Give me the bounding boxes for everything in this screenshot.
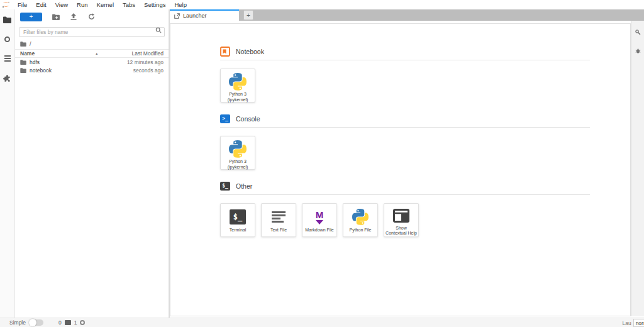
kernels-terminals-indicator[interactable]: 0 1: [58, 319, 85, 326]
file-name: hdfs: [30, 59, 40, 65]
search-icon: [155, 27, 162, 33]
status-right-text: Lau: [622, 320, 631, 326]
launcher-card-markdown-file[interactable]: M Markdown File: [302, 203, 337, 237]
launcher-card-notebook-python3[interactable]: Python 3 (ipykernel): [220, 69, 255, 103]
menu-settings[interactable]: Settings: [140, 0, 170, 9]
launcher-section-other: $_ Other $_ Terminal: [220, 180, 590, 237]
console-icon: >_: [220, 114, 230, 123]
breadcrumb: /: [15, 38, 169, 49]
puzzle-icon: [3, 74, 11, 82]
launcher-icon: [174, 13, 180, 19]
launcher-card-show-contextual-help[interactable]: Show Contextual Help: [384, 203, 419, 237]
jupyter-logo-icon: [2, 1, 10, 8]
status-right-overflow-text: norm: [633, 319, 644, 327]
markdown-icon: M: [316, 210, 324, 224]
jupyterlab-app: File Edit View Run Kernel Tabs Settings …: [0, 0, 644, 327]
file-name: notebook: [30, 67, 52, 74]
launcher-section-console: >_ Console Python 3 (ipykernel): [220, 113, 590, 170]
file-row-hdfs[interactable]: hdfs 12 minutes ago: [15, 58, 169, 66]
python-icon: [352, 209, 369, 225]
menu-bar: File Edit View Run Kernel Tabs Settings …: [0, 0, 644, 9]
breadcrumb-root[interactable]: /: [30, 41, 31, 47]
folder-icon: [3, 16, 11, 23]
main-dock-panel: Launcher +: [169, 9, 644, 318]
simple-mode-label: Simple: [9, 319, 26, 326]
launcher-card-terminal[interactable]: $_ Terminal: [220, 203, 255, 237]
card-label: Markdown File: [304, 228, 335, 233]
terminal-icon: $_: [230, 209, 246, 224]
menu-view[interactable]: View: [51, 0, 72, 9]
folder-icon: [20, 68, 26, 73]
launcher-card-python-file[interactable]: Python File: [343, 203, 378, 237]
toggle-knob: [29, 319, 36, 326]
notebook-icon: [220, 47, 230, 57]
terminal-status-icon: [65, 320, 71, 325]
launcher-card-text-file[interactable]: Text File: [261, 203, 296, 237]
menu-file[interactable]: File: [13, 0, 31, 9]
file-modified: seconds ago: [133, 67, 164, 74]
text-file-icon: [272, 211, 286, 223]
left-activity-bar: [0, 9, 15, 318]
status-bar-right: Lau norm: [622, 318, 644, 327]
card-label: Python File: [348, 228, 372, 233]
menu-help[interactable]: Help: [170, 0, 191, 9]
card-label: Python 3 (ipykernel): [221, 159, 255, 170]
toc-icon: [4, 55, 11, 61]
running-sessions-tab[interactable]: [3, 35, 12, 43]
python-icon: [229, 73, 247, 91]
card-label: Text File: [269, 228, 288, 233]
python-icon: [229, 140, 247, 158]
new-folder-icon: [52, 14, 60, 20]
kernels-count: 1: [74, 319, 77, 326]
refresh-button[interactable]: [87, 13, 95, 21]
file-row-notebook[interactable]: notebook seconds ago: [15, 66, 169, 74]
section-divider: [220, 194, 590, 195]
card-label: Python 3 (ipykernel): [221, 92, 255, 103]
menu-tabs[interactable]: Tabs: [118, 0, 140, 9]
new-tab-button[interactable]: +: [243, 10, 253, 20]
extension-manager-tab[interactable]: [3, 74, 12, 82]
contextual-help-icon: [393, 209, 409, 223]
menu-edit[interactable]: Edit: [31, 0, 50, 9]
tab-label: Launcher: [183, 13, 207, 19]
table-of-contents-tab[interactable]: [3, 54, 12, 63]
folder-icon: [20, 60, 26, 65]
simple-mode-toggle[interactable]: [30, 319, 43, 326]
debugger-bug-icon[interactable]: [635, 48, 641, 54]
sort-ascending-icon: ▲: [95, 52, 98, 55]
section-title: Console: [236, 115, 260, 123]
column-header-name[interactable]: Name: [20, 50, 35, 57]
file-browser-toolbar: +: [15, 9, 169, 24]
running-circle-icon: [4, 36, 10, 42]
file-modified: 12 minutes ago: [127, 59, 164, 65]
new-launcher-button[interactable]: +: [20, 13, 42, 21]
file-list-header: Name ▲ Last Modified: [15, 49, 169, 58]
launcher-panel: Notebook Python 3 (ipykernel): [170, 23, 631, 316]
terminal-icon: $_: [220, 182, 230, 191]
launcher-section-notebook: Notebook Python 3 (ipykernel): [220, 46, 590, 103]
section-title: Other: [236, 182, 252, 190]
status-bar: Simple 0 1 Lau norm: [0, 318, 644, 327]
property-inspector-icon[interactable]: [635, 30, 641, 35]
file-browser-panel: +: [15, 9, 169, 318]
card-label: Terminal: [228, 228, 247, 233]
upload-button[interactable]: [70, 13, 77, 21]
kernel-status-icon: [80, 320, 85, 325]
menu-kernel[interactable]: Kernel: [92, 0, 118, 9]
new-folder-button[interactable]: [52, 13, 60, 21]
refresh-icon: [88, 13, 95, 20]
home-folder-icon[interactable]: [20, 42, 26, 47]
card-label: Show Contextual Help: [384, 226, 418, 237]
menu-run[interactable]: Run: [72, 0, 92, 9]
filter-files-input[interactable]: [19, 27, 165, 37]
right-sidebar-strip: [631, 21, 644, 316]
tab-launcher[interactable]: Launcher: [170, 9, 239, 21]
launcher-card-console-python3[interactable]: Python 3 (ipykernel): [220, 136, 255, 170]
file-browser-tab[interactable]: [3, 15, 12, 24]
section-divider: [220, 127, 590, 128]
upload-icon: [70, 13, 77, 20]
filter-files-container: [19, 25, 165, 37]
section-divider: [220, 60, 590, 60]
column-header-last-modified[interactable]: Last Modified: [131, 50, 164, 57]
terminals-count: 0: [58, 319, 62, 326]
